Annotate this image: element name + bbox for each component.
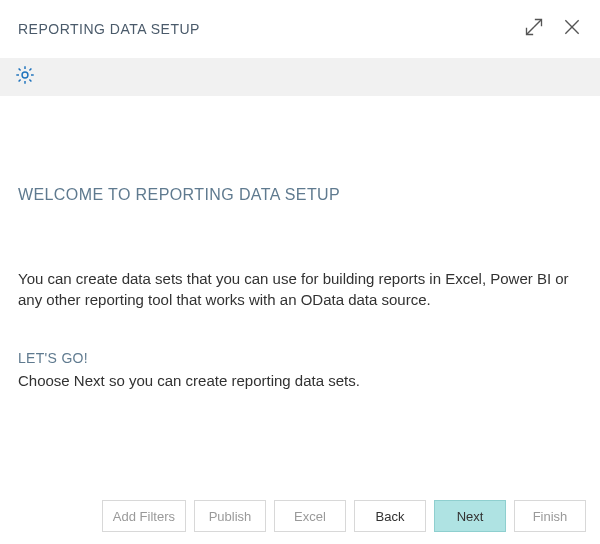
page-title: REPORTING DATA SETUP (18, 21, 200, 37)
finish-button: Finish (514, 500, 586, 532)
welcome-body: You can create data sets that you can us… (18, 268, 582, 310)
close-icon[interactable] (562, 17, 582, 41)
lets-go-body: Choose Next so you can create reporting … (18, 372, 582, 389)
excel-button: Excel (274, 500, 346, 532)
next-button[interactable]: Next (434, 500, 506, 532)
titlebar-actions (524, 17, 582, 41)
svg-point-0 (22, 72, 28, 78)
add-filters-button: Add Filters (102, 500, 186, 532)
content-area: WELCOME TO REPORTING DATA SETUP You can … (0, 96, 600, 389)
wizard-footer: Add Filters Publish Excel Back Next Fini… (102, 500, 586, 532)
toolbar (0, 58, 600, 96)
lets-go-heading: LET'S GO! (18, 350, 582, 366)
titlebar: REPORTING DATA SETUP (0, 0, 600, 58)
gear-icon[interactable] (14, 64, 36, 90)
back-button[interactable]: Back (354, 500, 426, 532)
expand-icon[interactable] (524, 17, 544, 41)
publish-button: Publish (194, 500, 266, 532)
welcome-heading: WELCOME TO REPORTING DATA SETUP (18, 186, 582, 204)
